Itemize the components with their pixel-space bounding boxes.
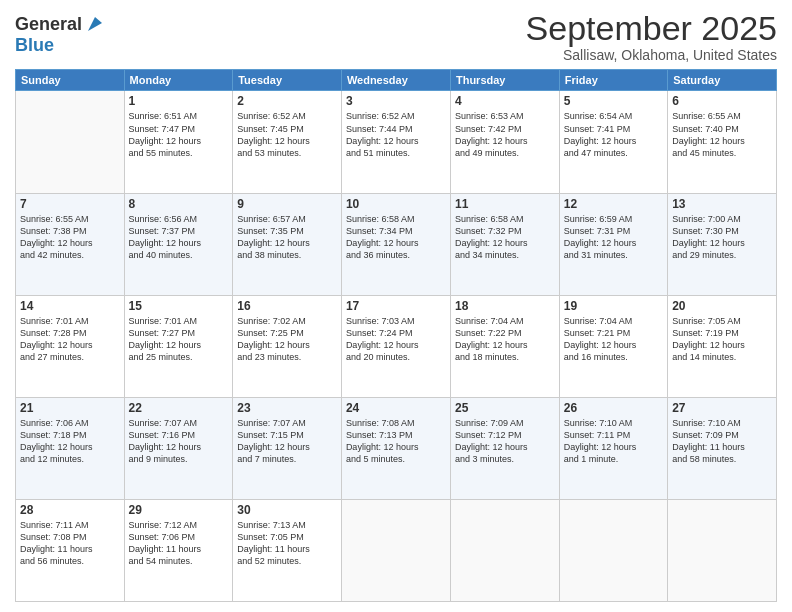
day-info: Sunrise: 7:02 AM Sunset: 7:25 PM Dayligh…: [237, 315, 337, 364]
calendar-cell: 18Sunrise: 7:04 AM Sunset: 7:22 PM Dayli…: [450, 295, 559, 397]
day-info: Sunrise: 7:08 AM Sunset: 7:13 PM Dayligh…: [346, 417, 446, 466]
subtitle: Sallisaw, Oklahoma, United States: [526, 47, 777, 63]
day-info: Sunrise: 7:13 AM Sunset: 7:05 PM Dayligh…: [237, 519, 337, 568]
calendar-page: General Blue September 2025 Sallisaw, Ok…: [0, 0, 792, 612]
calendar-cell: 9Sunrise: 6:57 AM Sunset: 7:35 PM Daylig…: [233, 193, 342, 295]
day-number: 3: [346, 94, 446, 108]
day-number: 8: [129, 197, 229, 211]
calendar-header-row: SundayMondayTuesdayWednesdayThursdayFrid…: [16, 70, 777, 91]
day-info: Sunrise: 7:00 AM Sunset: 7:30 PM Dayligh…: [672, 213, 772, 262]
calendar-cell: 24Sunrise: 7:08 AM Sunset: 7:13 PM Dayli…: [341, 397, 450, 499]
calendar-week-row: 14Sunrise: 7:01 AM Sunset: 7:28 PM Dayli…: [16, 295, 777, 397]
day-info: Sunrise: 6:52 AM Sunset: 7:45 PM Dayligh…: [237, 110, 337, 159]
day-number: 7: [20, 197, 120, 211]
calendar-cell: 13Sunrise: 7:00 AM Sunset: 7:30 PM Dayli…: [668, 193, 777, 295]
day-number: 10: [346, 197, 446, 211]
day-number: 9: [237, 197, 337, 211]
calendar-cell: [450, 499, 559, 601]
day-number: 4: [455, 94, 555, 108]
day-number: 18: [455, 299, 555, 313]
title-block: September 2025 Sallisaw, Oklahoma, Unite…: [526, 10, 777, 63]
main-title: September 2025: [526, 10, 777, 47]
day-number: 22: [129, 401, 229, 415]
day-number: 13: [672, 197, 772, 211]
day-header-sunday: Sunday: [16, 70, 125, 91]
calendar-cell: 21Sunrise: 7:06 AM Sunset: 7:18 PM Dayli…: [16, 397, 125, 499]
day-info: Sunrise: 6:51 AM Sunset: 7:47 PM Dayligh…: [129, 110, 229, 159]
day-info: Sunrise: 7:07 AM Sunset: 7:16 PM Dayligh…: [129, 417, 229, 466]
logo-general-text: General: [15, 14, 82, 35]
day-info: Sunrise: 7:06 AM Sunset: 7:18 PM Dayligh…: [20, 417, 120, 466]
calendar-cell: 26Sunrise: 7:10 AM Sunset: 7:11 PM Dayli…: [559, 397, 667, 499]
calendar-cell: 15Sunrise: 7:01 AM Sunset: 7:27 PM Dayli…: [124, 295, 233, 397]
calendar-week-row: 1Sunrise: 6:51 AM Sunset: 7:47 PM Daylig…: [16, 91, 777, 193]
day-number: 26: [564, 401, 663, 415]
calendar-cell: [668, 499, 777, 601]
day-header-thursday: Thursday: [450, 70, 559, 91]
day-info: Sunrise: 7:05 AM Sunset: 7:19 PM Dayligh…: [672, 315, 772, 364]
day-info: Sunrise: 7:01 AM Sunset: 7:28 PM Dayligh…: [20, 315, 120, 364]
calendar-cell: 25Sunrise: 7:09 AM Sunset: 7:12 PM Dayli…: [450, 397, 559, 499]
day-number: 16: [237, 299, 337, 313]
calendar-cell: [559, 499, 667, 601]
day-info: Sunrise: 7:07 AM Sunset: 7:15 PM Dayligh…: [237, 417, 337, 466]
calendar-cell: 6Sunrise: 6:55 AM Sunset: 7:40 PM Daylig…: [668, 91, 777, 193]
day-info: Sunrise: 7:01 AM Sunset: 7:27 PM Dayligh…: [129, 315, 229, 364]
calendar-cell: 19Sunrise: 7:04 AM Sunset: 7:21 PM Dayli…: [559, 295, 667, 397]
calendar-cell: 30Sunrise: 7:13 AM Sunset: 7:05 PM Dayli…: [233, 499, 342, 601]
calendar-cell: 27Sunrise: 7:10 AM Sunset: 7:09 PM Dayli…: [668, 397, 777, 499]
day-info: Sunrise: 7:10 AM Sunset: 7:11 PM Dayligh…: [564, 417, 663, 466]
logo-blue-text: Blue: [15, 35, 106, 56]
day-info: Sunrise: 7:03 AM Sunset: 7:24 PM Dayligh…: [346, 315, 446, 364]
day-info: Sunrise: 6:53 AM Sunset: 7:42 PM Dayligh…: [455, 110, 555, 159]
calendar-week-row: 7Sunrise: 6:55 AM Sunset: 7:38 PM Daylig…: [16, 193, 777, 295]
day-info: Sunrise: 6:54 AM Sunset: 7:41 PM Dayligh…: [564, 110, 663, 159]
day-number: 17: [346, 299, 446, 313]
calendar-table: SundayMondayTuesdayWednesdayThursdayFrid…: [15, 69, 777, 602]
day-number: 21: [20, 401, 120, 415]
day-number: 6: [672, 94, 772, 108]
day-number: 2: [237, 94, 337, 108]
day-number: 28: [20, 503, 120, 517]
calendar-cell: 5Sunrise: 6:54 AM Sunset: 7:41 PM Daylig…: [559, 91, 667, 193]
day-number: 14: [20, 299, 120, 313]
day-info: Sunrise: 7:12 AM Sunset: 7:06 PM Dayligh…: [129, 519, 229, 568]
calendar-cell: 2Sunrise: 6:52 AM Sunset: 7:45 PM Daylig…: [233, 91, 342, 193]
logo: General Blue: [15, 14, 106, 56]
day-info: Sunrise: 6:58 AM Sunset: 7:34 PM Dayligh…: [346, 213, 446, 262]
day-number: 12: [564, 197, 663, 211]
day-info: Sunrise: 7:10 AM Sunset: 7:09 PM Dayligh…: [672, 417, 772, 466]
day-number: 30: [237, 503, 337, 517]
calendar-week-row: 28Sunrise: 7:11 AM Sunset: 7:08 PM Dayli…: [16, 499, 777, 601]
day-number: 11: [455, 197, 555, 211]
calendar-cell: 1Sunrise: 6:51 AM Sunset: 7:47 PM Daylig…: [124, 91, 233, 193]
calendar-cell: 29Sunrise: 7:12 AM Sunset: 7:06 PM Dayli…: [124, 499, 233, 601]
calendar-cell: 8Sunrise: 6:56 AM Sunset: 7:37 PM Daylig…: [124, 193, 233, 295]
day-number: 24: [346, 401, 446, 415]
calendar-cell: 10Sunrise: 6:58 AM Sunset: 7:34 PM Dayli…: [341, 193, 450, 295]
day-info: Sunrise: 6:55 AM Sunset: 7:40 PM Dayligh…: [672, 110, 772, 159]
day-info: Sunrise: 6:59 AM Sunset: 7:31 PM Dayligh…: [564, 213, 663, 262]
day-info: Sunrise: 7:11 AM Sunset: 7:08 PM Dayligh…: [20, 519, 120, 568]
calendar-cell: 14Sunrise: 7:01 AM Sunset: 7:28 PM Dayli…: [16, 295, 125, 397]
svg-marker-0: [88, 17, 102, 31]
day-info: Sunrise: 6:56 AM Sunset: 7:37 PM Dayligh…: [129, 213, 229, 262]
calendar-cell: 16Sunrise: 7:02 AM Sunset: 7:25 PM Dayli…: [233, 295, 342, 397]
day-header-friday: Friday: [559, 70, 667, 91]
day-number: 25: [455, 401, 555, 415]
day-header-wednesday: Wednesday: [341, 70, 450, 91]
calendar-cell: [341, 499, 450, 601]
day-number: 20: [672, 299, 772, 313]
calendar-cell: 20Sunrise: 7:05 AM Sunset: 7:19 PM Dayli…: [668, 295, 777, 397]
calendar-cell: [16, 91, 125, 193]
calendar-week-row: 21Sunrise: 7:06 AM Sunset: 7:18 PM Dayli…: [16, 397, 777, 499]
day-header-tuesday: Tuesday: [233, 70, 342, 91]
calendar-cell: 22Sunrise: 7:07 AM Sunset: 7:16 PM Dayli…: [124, 397, 233, 499]
day-info: Sunrise: 6:57 AM Sunset: 7:35 PM Dayligh…: [237, 213, 337, 262]
day-number: 29: [129, 503, 229, 517]
calendar-cell: 3Sunrise: 6:52 AM Sunset: 7:44 PM Daylig…: [341, 91, 450, 193]
day-info: Sunrise: 7:09 AM Sunset: 7:12 PM Dayligh…: [455, 417, 555, 466]
day-info: Sunrise: 7:04 AM Sunset: 7:21 PM Dayligh…: [564, 315, 663, 364]
calendar-cell: 11Sunrise: 6:58 AM Sunset: 7:32 PM Dayli…: [450, 193, 559, 295]
calendar-cell: 17Sunrise: 7:03 AM Sunset: 7:24 PM Dayli…: [341, 295, 450, 397]
